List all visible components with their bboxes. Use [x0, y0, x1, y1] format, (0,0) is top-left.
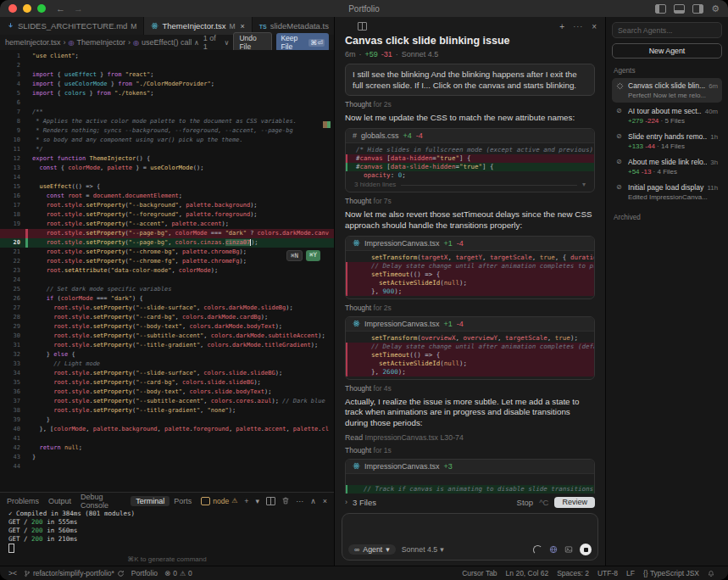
thought-row[interactable]: Thought for 2s: [345, 304, 595, 312]
breadcrumb-segment[interactable]: hemeInjector.tsx: [5, 38, 61, 47]
search-agents-input[interactable]: [612, 22, 722, 38]
image-icon[interactable]: [564, 545, 573, 554]
new-chat-icon[interactable]: +: [559, 22, 564, 31]
zoom-window-button[interactable]: [37, 4, 46, 13]
code-line[interactable]: 41: [0, 434, 334, 443]
editor-tab-slides-architecture-md[interactable]: SLIDES_ARCHITECTURE.mdM: [0, 17, 144, 35]
chat-messages[interactable]: Canvas click slide blinking issue 6m· +5…: [335, 33, 605, 494]
chat-more-icon[interactable]: ···: [573, 22, 583, 31]
code-line[interactable]: 28 root.style.setProperty("--card-bg", c…: [0, 313, 334, 322]
diff-card-header[interactable]: ImpressionCanvas.tsx+3: [346, 460, 594, 474]
code-editor[interactable]: 1"use client";23import { useEffect } fro…: [0, 50, 334, 492]
project-name[interactable]: Portfolio: [131, 569, 158, 577]
problems-indicator[interactable]: ⊗0⚠0: [164, 569, 192, 577]
code-line[interactable]: 20 root.style.setProperty("--page-bg", c…: [0, 238, 334, 248]
code-line[interactable]: 13 const { colorMode, palette } = useCol…: [0, 164, 334, 173]
close-panel-icon[interactable]: ×: [323, 497, 327, 505]
hidden-lines-toggle[interactable]: 3 hidden lines▾: [346, 180, 594, 189]
next-diff-icon[interactable]: ∨: [225, 39, 230, 47]
toggle-bottom-panel-icon[interactable]: [674, 4, 685, 14]
split-editor-icon[interactable]: [358, 22, 367, 31]
review-button[interactable]: Review: [554, 497, 595, 508]
remote-indicator[interactable]: ><: [8, 569, 17, 577]
diff-card-header[interactable]: ImpressionCanvas.tsx+1-4: [346, 317, 594, 332]
toggle-right-panel-icon[interactable]: [692, 4, 703, 14]
terminal-dropdown-icon[interactable]: ▾: [256, 497, 260, 505]
prev-diff-icon[interactable]: ∧: [194, 39, 199, 47]
panel-collapse-icon[interactable]: ∧: [310, 497, 316, 505]
reject-diff-button[interactable]: ⌘N: [286, 250, 303, 261]
history-back-icon[interactable]: ←: [56, 0, 65, 17]
agent-mode-selector[interactable]: ∞Agent▾: [348, 544, 396, 555]
kill-terminal-icon[interactable]: [282, 497, 289, 505]
new-terminal-icon[interactable]: +: [244, 497, 248, 505]
code-line[interactable]: 35 root.style.setProperty("--card-bg", c…: [0, 378, 334, 388]
code-line[interactable]: 32 } else {: [0, 350, 334, 360]
diff-card[interactable]: ImpressionCanvas.tsx+3 // Track if canva…: [345, 459, 595, 494]
terminal-tab-debug-console[interactable]: Debug Console: [81, 493, 126, 510]
diff-card[interactable]: ImpressionCanvas.tsx+1-4 setTransform(ta…: [345, 236, 595, 299]
terminal-tab-terminal[interactable]: Terminal: [131, 496, 169, 506]
code-line[interactable]: 22 root.style.setProperty("--chrome-fg",…: [0, 257, 334, 266]
code-line[interactable]: 15 useEffect(() => {: [0, 182, 334, 192]
chat-close-icon[interactable]: ×: [592, 22, 597, 31]
code-line[interactable]: 26 if (colorMode === "dark") {: [0, 294, 334, 304]
code-line[interactable]: 44: [0, 462, 334, 471]
status-item--typescript-jsx[interactable]: {} TypeScript JSX: [643, 569, 699, 577]
status-item-utf-8[interactable]: UTF-8: [597, 569, 618, 577]
code-line[interactable]: 8 * Applies the active color mode palett…: [0, 117, 334, 126]
code-line[interactable]: 3import { useEffect } from "react";: [0, 70, 334, 80]
terminal-output[interactable]: ✓ Compiled in 384ms (801 modules)GET / 2…: [0, 508, 334, 555]
diff-card-header[interactable]: #globals.css+4-4: [346, 129, 594, 143]
code-line[interactable]: 1"use client";: [0, 52, 334, 61]
code-line[interactable]: 7/**: [0, 108, 334, 117]
model-selector[interactable]: Sonnet 4.5▾: [402, 545, 444, 554]
code-line[interactable]: 37 root.style.setProperty("--subtitle-ac…: [0, 397, 334, 406]
thought-row[interactable]: Thought for 7s: [345, 197, 595, 205]
minimap[interactable]: [322, 50, 334, 492]
code-line[interactable]: 33 // Light mode: [0, 360, 334, 369]
code-line[interactable]: 36 root.style.setProperty("--body-text",…: [0, 388, 334, 397]
bell-icon[interactable]: [708, 570, 714, 577]
code-line[interactable]: 11 */: [0, 145, 334, 154]
code-line[interactable]: 25 // Set dark mode specific variables: [0, 285, 334, 294]
terminal-process[interactable]: node⚠: [201, 497, 237, 505]
code-line[interactable]: 29 root.style.setProperty("--body-text",…: [0, 322, 334, 332]
expand-files-icon[interactable]: ›: [345, 498, 347, 506]
history-forward-icon[interactable]: →: [74, 0, 83, 17]
diff-card[interactable]: ImpressionCanvas.tsx+1-4 setTransform(ov…: [345, 316, 595, 380]
code-line[interactable]: 16 const root = document.documentElement…: [0, 192, 334, 201]
breadcrumb-segment[interactable]: useEffect() callback: [142, 38, 192, 47]
accept-diff-button[interactable]: ⌘Y: [306, 250, 320, 261]
code-line[interactable]: root.style.setProperty("--page-bg", colo…: [0, 229, 334, 238]
code-line[interactable]: 9 * Renders nothing; syncs --background,…: [0, 126, 334, 136]
agent-list-item[interactable]: ⊘AI tour about me sect...40m+279 -224 · …: [612, 103, 722, 128]
status-item-cursor-tab[interactable]: Cursor Tab: [462, 569, 497, 577]
code-line[interactable]: 38 root.style.setProperty("--title-gradi…: [0, 406, 334, 415]
code-line[interactable]: 30 root.style.setProperty("--subtitle-ac…: [0, 332, 334, 341]
git-branch[interactable]: refactor/simplify-portfolio*: [24, 569, 125, 577]
gear-icon[interactable]: ⚙: [711, 4, 720, 14]
code-line[interactable]: 31 root.style.setProperty("--title-gradi…: [0, 341, 334, 350]
thought-row[interactable]: Thought for 1s: [345, 446, 595, 455]
code-line[interactable]: 5import { colors } from "./tokens";: [0, 89, 334, 98]
split-terminal-icon[interactable]: [266, 497, 275, 505]
status-item-ln-20-col-62[interactable]: Ln 20, Col 62: [506, 569, 549, 577]
code-line[interactable]: 21 root.style.setProperty("--chrome-bg",…: [0, 248, 334, 257]
terminal-tab-output[interactable]: Output: [48, 497, 71, 505]
code-line[interactable]: 43}: [0, 453, 334, 462]
changed-files-row[interactable]: › 3 Files Stop ^C Review: [335, 494, 605, 510]
code-line[interactable]: 39 }: [0, 415, 334, 425]
diff-card[interactable]: #globals.css+4-4/* Hide slides in fullsc…: [345, 128, 595, 192]
terminal-tab-problems[interactable]: Problems: [7, 497, 39, 505]
terminal-more-icon[interactable]: ···: [296, 497, 303, 505]
code-line[interactable]: 10 * so body and any component using var…: [0, 136, 334, 145]
code-line[interactable]: 27 root.style.setProperty("--slide-surfa…: [0, 304, 334, 313]
chat-input[interactable]: ∞Agent▾ Sonnet 4.5▾: [342, 513, 598, 560]
terminal-tab-ports[interactable]: Ports: [174, 497, 192, 505]
code-line[interactable]: 12export function ThemeInjector() {: [0, 154, 334, 164]
code-line[interactable]: 2: [0, 61, 334, 70]
code-line[interactable]: 42 return null;: [0, 443, 334, 453]
keep-file-button[interactable]: Keep File⌘⏎: [276, 33, 329, 52]
agent-list-item[interactable]: ⊘Initial page load display11hEdited Impr…: [612, 180, 722, 204]
